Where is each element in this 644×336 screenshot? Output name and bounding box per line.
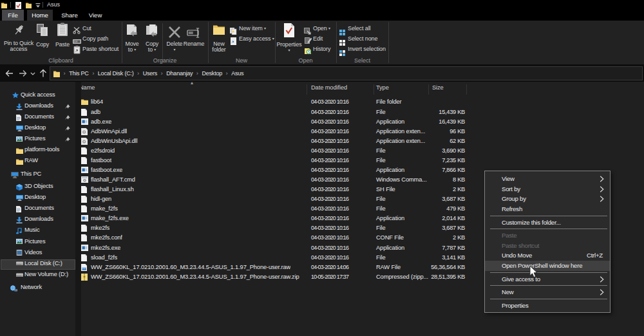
svg-text:Dll: Dll: [74, 40, 77, 43]
